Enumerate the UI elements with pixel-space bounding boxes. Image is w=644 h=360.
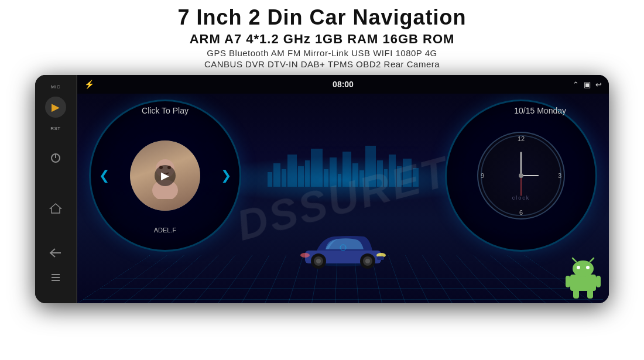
svg-point-18: [365, 259, 370, 263]
car-image: [296, 227, 390, 274]
rst-group: RST: [50, 125, 61, 131]
music-panel: Click To Play ❮ ❯: [89, 100, 241, 252]
svg-point-31: [586, 266, 590, 269]
play-overlay[interactable]: ▶: [155, 165, 176, 186]
track-name: ADEL.F: [154, 227, 177, 234]
clock-label: clock: [512, 195, 530, 201]
product-title: 7 Inch 2 Din Car Navigation: [0, 6, 644, 29]
status-bar: ⚡ 08:00 ⌃ ▣ ↩: [77, 75, 609, 94]
svg-rect-37: [587, 289, 593, 299]
device-body: MIC ▶ RST: [35, 75, 609, 303]
svg-line-33: [590, 258, 594, 262]
power-icon[interactable]: [47, 150, 64, 166]
features-row-1: GPS Bluetooth AM FM Mirror-Link USB WIFI…: [0, 48, 644, 58]
back-status-icon: ↩: [595, 80, 602, 88]
rst-label: RST: [50, 126, 61, 131]
status-time: 08:00: [333, 80, 354, 89]
mic-label: MIC: [51, 84, 60, 90]
clock-panel: 10/15 Monday 12 3 6 9: [445, 100, 597, 252]
svg-point-29: [573, 260, 594, 277]
svg-rect-21: [377, 256, 384, 260]
settings-icon[interactable]: [47, 269, 64, 286]
svg-rect-4: [52, 274, 60, 275]
home-icon[interactable]: [47, 200, 64, 217]
back-icon[interactable]: [47, 245, 64, 261]
clock-svg: [478, 133, 564, 218]
svg-point-15: [316, 259, 321, 263]
features-row-2: CANBUS DVR DTV-IN DAB+ TPMS OBD2 Rear Ca…: [0, 59, 644, 69]
album-art[interactable]: ▶: [130, 140, 200, 211]
svg-rect-36: [573, 289, 579, 299]
svg-point-27: [519, 173, 523, 178]
specs-row: ARM A7 4*1.2 GHz 1GB RAM 16GB ROM: [0, 32, 644, 47]
svg-point-20: [300, 253, 310, 258]
svg-rect-28: [570, 275, 596, 291]
svg-line-32: [573, 258, 576, 262]
svg-rect-6: [52, 280, 60, 281]
arrow-up-icon: ⌃: [573, 80, 579, 88]
mic-group: MIC: [51, 83, 60, 90]
android-logo: [550, 245, 609, 303]
product-header: 7 Inch 2 Din Car Navigation ARM A7 4*1.2…: [0, 0, 644, 75]
status-center: 08:00: [333, 80, 354, 89]
clock-face: 12 3 6 9: [477, 132, 565, 220]
svg-rect-35: [596, 276, 601, 287]
play-button[interactable]: ▶: [45, 97, 66, 118]
click-to-play[interactable]: Click To Play: [142, 106, 189, 115]
device-wrapper: MIC ▶ RST: [35, 75, 609, 303]
date-display: 10/15 Monday: [514, 106, 566, 115]
svg-point-30: [577, 266, 580, 269]
svg-rect-5: [52, 277, 60, 278]
svg-rect-34: [566, 276, 570, 287]
status-icons: ⌃ ▣ ↩: [573, 80, 602, 88]
screen-area: ⚡ 08:00 ⌃ ▣ ↩ DSSURET: [77, 75, 609, 303]
side-panel: MIC ▶ RST: [35, 75, 77, 303]
bluetooth-icon: ⚡: [84, 80, 94, 89]
prev-track-button[interactable]: ❮: [99, 168, 109, 183]
next-track-button[interactable]: ❯: [221, 168, 231, 183]
window-icon: ▣: [584, 80, 591, 88]
svg-marker-2: [50, 204, 61, 213]
screen-content: DSSURET: [77, 94, 609, 303]
